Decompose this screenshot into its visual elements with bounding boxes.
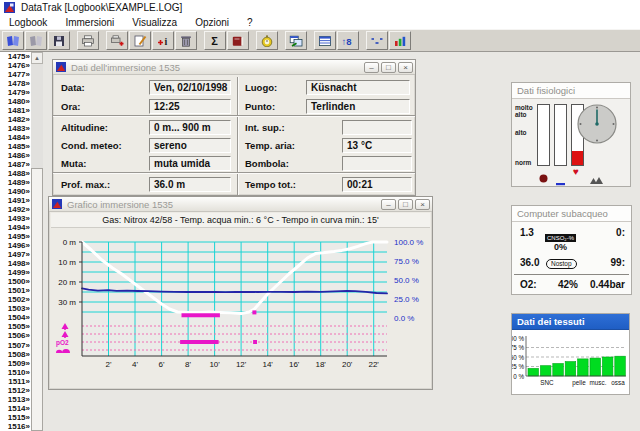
svg-text:10': 10' (209, 360, 220, 369)
dive-list-scrollbar[interactable]: ▲ (31, 52, 43, 431)
edit-dive-button[interactable] (129, 31, 151, 50)
minimize-button[interactable]: – (364, 62, 379, 73)
logbook-red-button[interactable] (227, 31, 249, 50)
dive-list-item[interactable]: 1506» (0, 331, 31, 340)
open-logbook-button[interactable] (2, 31, 24, 50)
delete-dive-button[interactable] (175, 31, 197, 50)
dive-list-item[interactable]: 1514» (0, 404, 31, 413)
dive-list-item[interactable]: 1511» (0, 377, 31, 386)
scroll-up-button[interactable]: ▲ (31, 52, 43, 64)
menu-logbook[interactable]: Logbook (0, 17, 56, 28)
svg-text:75 %: 75 % (512, 344, 524, 351)
save-button[interactable] (48, 31, 70, 50)
table-view-button[interactable] (314, 31, 336, 50)
data-label: Data: (61, 82, 85, 93)
table-view-icon (318, 35, 332, 47)
dive-list-item[interactable]: 1492» (0, 205, 31, 214)
dive-list-item[interactable]: 1489» (0, 178, 31, 187)
dive-list-item[interactable]: 1475» (0, 52, 31, 61)
dive-list-item[interactable]: 1516» (0, 422, 31, 431)
dive-list-item[interactable]: 1515» (0, 413, 31, 422)
add-dive-info-button[interactable]: i (152, 31, 174, 50)
dive-list-item[interactable]: 1481» (0, 106, 31, 115)
dive-list-item[interactable]: 1513» (0, 395, 31, 404)
dive-list-item[interactable]: 1478» (0, 79, 31, 88)
dive-list-item[interactable]: 1483» (0, 124, 31, 133)
toolbar: i Σ ↑8 (0, 29, 640, 52)
dive-list-item[interactable]: 1477» (0, 70, 31, 79)
menu-visualizza[interactable]: Visualizza (123, 17, 186, 28)
delete-dive-icon (179, 35, 193, 47)
dive-list-item[interactable]: 1486» (0, 151, 31, 160)
sort-dives-button[interactable]: ↑8 (337, 31, 359, 50)
sort-dives-icon: ↑8 (341, 35, 355, 47)
svg-text:musc.: musc. (590, 379, 607, 386)
dive-list-item[interactable]: 1500» (0, 277, 31, 286)
dive-list-item[interactable]: 1480» (0, 97, 31, 106)
statistics-sum-button[interactable]: Σ (204, 31, 226, 50)
bar-chart-icon (393, 35, 407, 47)
dive-list-item[interactable]: 1496» (0, 241, 31, 250)
client-area: 1475»1476»1477»1478»1479»1480»1481»1482»… (0, 52, 640, 431)
dive-list-item[interactable]: 1498» (0, 259, 31, 268)
altitudine-label: Altitudine: (61, 122, 108, 133)
maximize-button[interactable]: □ (398, 199, 413, 210)
temp-aria-value: 13 °C (342, 138, 412, 153)
dive-list-item[interactable]: 1501» (0, 286, 31, 295)
dive-list-item[interactable]: 1484» (0, 133, 31, 142)
scrollbar-thumb[interactable] (31, 168, 43, 431)
dialog-title: Dati dell'immersione 1535 (71, 62, 364, 73)
bar-chart-button[interactable] (389, 31, 411, 50)
dive-list-item[interactable]: 1509» (0, 359, 31, 368)
dive-list-item[interactable]: 1479» (0, 88, 31, 97)
dive-list-item[interactable]: 1491» (0, 196, 31, 205)
depth-value: 36.0 (520, 257, 539, 268)
profile-view-button[interactable] (366, 31, 388, 50)
dive-list-item[interactable]: 1505» (0, 322, 31, 331)
dive-list-item[interactable]: 1507» (0, 341, 31, 350)
dive-list-item[interactable]: 1508» (0, 350, 31, 359)
time-top-value: 0: (616, 227, 625, 238)
dive-list-item[interactable]: 1510» (0, 368, 31, 377)
muta-value: muta umida (149, 156, 231, 171)
bar-fill (572, 151, 583, 165)
ppo2-value: 1.3 (520, 227, 534, 238)
sigma-icon: Σ (208, 35, 222, 47)
menu-?[interactable]: ? (238, 17, 262, 28)
dive-list-item[interactable]: 1503» (0, 304, 31, 313)
dive-list-item[interactable]: 1495» (0, 232, 31, 241)
dive-list-item[interactable]: 1504» (0, 313, 31, 322)
print-add-button[interactable] (106, 31, 128, 50)
menu-immersioni[interactable]: Immersioni (56, 17, 123, 28)
punto-label: Punto: (245, 101, 275, 112)
open-logbook-alt-button[interactable] (25, 31, 47, 50)
stopwatch-icon (260, 35, 274, 47)
dive-list-item[interactable]: 1482» (0, 115, 31, 124)
profile-titlebar[interactable]: Grafico immersione 1535 – □ × (49, 197, 432, 212)
dive-data-titlebar[interactable]: Dati dell'immersione 1535 – □ × (53, 60, 415, 75)
stopwatch-button[interactable] (256, 31, 278, 50)
svg-text:16': 16' (289, 360, 300, 369)
dive-list-item[interactable]: 1497» (0, 250, 31, 259)
close-button[interactable]: × (415, 199, 430, 210)
dive-list-item[interactable]: 1485» (0, 142, 31, 151)
minimize-button[interactable]: – (381, 199, 396, 210)
close-button[interactable]: × (398, 62, 413, 73)
dive-list-item[interactable]: 1476» (0, 61, 31, 70)
column-divider (237, 77, 239, 195)
menu-opzioni[interactable]: Opzioni (186, 17, 238, 28)
open-logbook-icon (6, 35, 20, 47)
dive-list-item[interactable]: 1512» (0, 386, 31, 395)
transfer-window-button[interactable] (285, 31, 307, 50)
dive-list-item[interactable]: 1499» (0, 268, 31, 277)
maximize-button[interactable]: □ (381, 62, 396, 73)
dive-list-item[interactable]: 1502» (0, 295, 31, 304)
print-button[interactable] (77, 31, 99, 50)
dive-list-item[interactable]: 1493» (0, 214, 31, 223)
app-titlebar[interactable]: DataTrak [Logbook\EXAMPLE.LOG] (0, 0, 640, 15)
dive-list-item[interactable]: 1488» (0, 169, 31, 178)
dive-list-item[interactable]: 1494» (0, 223, 31, 232)
svg-text:Σ: Σ (211, 35, 218, 47)
dive-list-item[interactable]: 1490» (0, 187, 31, 196)
dive-list-item[interactable]: 1487» (0, 160, 31, 169)
